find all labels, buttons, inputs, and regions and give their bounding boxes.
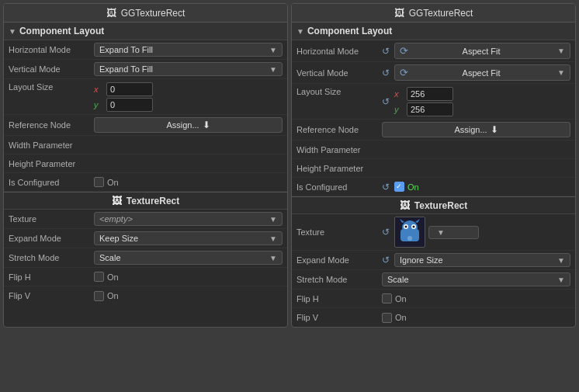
right-stretch-mode-arrow: ▼ [557,276,565,284]
left-panel-title: 🖼 GGTextureRect [4,4,287,23]
left-height-parameter-label: Height Parameter [9,159,94,168]
left-horizontal-mode-label: Horizontal Mode [9,45,94,54]
right-stretch-mode-row: Stretch Mode Scale ▼ [292,270,575,290]
svg-marker-7 [415,219,420,223]
left-layout-size-y-input[interactable] [106,98,153,112]
right-is-configured-reset[interactable]: ↺ [382,182,390,193]
right-vertical-mode-dropdown[interactable]: ⟳ Aspect Fit ▼ [394,64,570,81]
left-stretch-mode-dropdown[interactable]: Scale ▼ [94,251,283,265]
right-flip-h-value: On [382,293,570,304]
right-flip-h-checkbox-row: On [382,293,407,304]
left-texture-arrow: ▼ [269,215,277,224]
left-width-parameter-row: Width Parameter [4,136,287,154]
left-texture-rect-icon: 🖼 [112,195,122,206]
left-stretch-mode-arrow: ▼ [269,254,277,262]
right-title-text: GGTextureRect [409,8,473,19]
right-texture-value: ↺ [382,217,570,248]
right-horizontal-mode-label: Horizontal Mode [296,47,382,56]
left-horizontal-mode-arrow: ▼ [269,46,277,54]
right-expand-mode-arrow: ▼ [557,256,565,265]
left-texture-row: Texture <empty> ▼ [4,210,287,229]
right-panel-title: 🖼 GGTextureRect [292,4,575,23]
right-horizontal-mode-text: Aspect Fit [463,47,501,56]
left-layout-size-value: x y [94,82,283,112]
left-layout-size-x-input[interactable] [106,82,153,96]
right-vertical-mode-reset[interactable]: ↺ [382,68,390,78]
right-is-configured-checkbox[interactable] [394,182,404,192]
right-vertical-mode-label: Vertical Mode [296,68,382,78]
left-horizontal-mode-value: Expand To Fill ▼ [94,43,283,57]
left-texture-value: <empty> ▼ [94,212,283,226]
right-texture-row: Texture ↺ [292,214,575,251]
left-texture-label: Texture [9,214,94,224]
right-component-layout-header: ▼ Component Layout [292,23,575,40]
right-layout-size-value: ↺ x y [382,87,570,116]
right-texture-rect-header: 🖼 TextureRect [292,196,575,214]
right-flip-v-on: On [395,313,407,322]
left-flip-v-checkbox[interactable] [94,291,104,301]
right-vertical-aspect-icon: ⟳ [400,67,408,78]
right-reference-node-row: Reference Node Assign... ⬇ [292,120,575,140]
right-flip-v-value: On [382,313,570,323]
right-texture-preview[interactable] [394,217,425,248]
right-horizontal-aspect-icon: ⟳ [400,45,408,57]
left-horizontal-mode-dropdown[interactable]: Expand To Fill ▼ [94,43,283,57]
right-panel: 🖼 GGTextureRect ▼ Component Layout Horiz… [291,3,576,328]
left-layout-size-label: Layout Size [9,82,94,92]
left-flip-h-checkbox[interactable] [94,272,104,282]
left-is-configured-label: Is Configured [9,178,94,187]
right-y-label: y [394,105,404,114]
right-vertical-mode-text: Aspect Fit [463,68,501,78]
left-is-configured-checkbox[interactable] [94,177,104,187]
right-stretch-mode-label: Stretch Mode [296,275,382,284]
right-layout-size-y-input[interactable] [407,102,453,116]
right-stretch-mode-dropdown[interactable]: Scale ▼ [382,272,570,286]
right-flip-h-checkbox[interactable] [382,293,392,304]
right-vertical-mode-value: ↺ ⟳ Aspect Fit ▼ [382,64,570,81]
left-texture-rect-title: TextureRect [127,196,179,206]
right-layout-size-x-input[interactable] [407,87,453,101]
left-vertical-mode-dropdown[interactable]: Expand To Fill ▼ [94,62,283,76]
left-assign-button[interactable]: Assign... ⬇ [94,117,283,133]
left-expand-mode-text: Keep Size [99,234,138,243]
left-expand-mode-label: Expand Mode [9,234,94,243]
right-texture-reset[interactable]: ↺ [382,227,390,238]
right-is-configured-on: On [407,182,419,192]
right-texture-dropdown[interactable]: ▼ [428,226,479,239]
left-flip-h-value: On [94,272,283,282]
right-expand-mode-dropdown[interactable]: Ignore Size ▼ [394,253,570,267]
right-expand-mode-text: Ignore Size [400,255,443,265]
left-reference-node-value: Assign... ⬇ [94,117,283,133]
right-cl-collapse[interactable]: ▼ [296,27,304,36]
left-texture-rect-header: 🖼 TextureRect [4,192,287,210]
right-flip-v-checkbox-row: On [382,313,407,323]
left-expand-mode-row: Expand Mode Keep Size ▼ [4,229,287,248]
right-vertical-mode-arrow: ▼ [557,68,565,77]
right-width-parameter-row: Width Parameter [292,140,575,159]
left-flip-v-on: On [107,291,119,300]
right-assign-button[interactable]: Assign... ⬇ [382,122,570,137]
right-is-configured-label: Is Configured [296,182,382,192]
left-cl-collapse[interactable]: ▼ [9,27,16,36]
left-flip-v-checkbox-row: On [94,291,119,301]
right-horizontal-mode-reset[interactable]: ↺ [382,46,390,57]
right-horizontal-mode-arrow: ▼ [557,47,565,55]
right-stretch-mode-value: Scale ▼ [382,272,570,286]
right-horizontal-mode-value: ↺ ⟳ Aspect Fit ▼ [382,43,570,59]
right-layout-size-x-row: x [394,87,570,101]
left-height-parameter-row: Height Parameter [4,154,287,173]
right-layout-size-reset[interactable]: ↺ [382,96,390,107]
right-flip-v-checkbox[interactable] [382,313,392,323]
left-panel: 🖼 GGTextureRect ▼ Component Layout Horiz… [3,3,288,328]
left-layout-size-x-row: x [94,82,283,96]
left-flip-h-row: Flip H On [4,268,287,286]
right-height-parameter-row: Height Parameter [292,159,575,178]
right-expand-mode-reset[interactable]: ↺ [382,255,390,265]
right-horizontal-mode-dropdown[interactable]: ⟳ Aspect Fit ▼ [394,43,570,59]
left-expand-mode-dropdown[interactable]: Keep Size ▼ [94,231,283,245]
left-texture-dropdown[interactable]: <empty> ▼ [94,212,283,226]
right-texture-arrow: ▼ [437,228,445,237]
right-height-parameter-label: Height Parameter [296,164,382,173]
right-reference-node-value: Assign... ⬇ [382,122,570,137]
right-layout-size-y-row: y [394,102,570,116]
